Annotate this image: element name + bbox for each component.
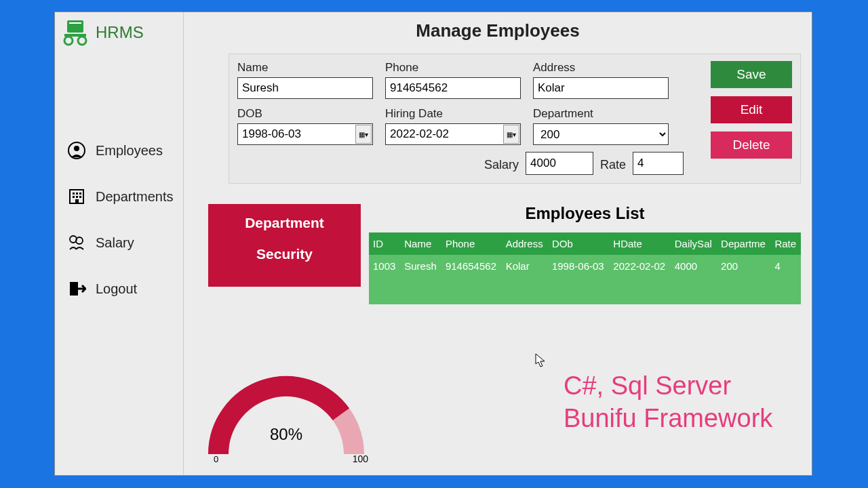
- svg-rect-1: [69, 22, 81, 24]
- sidebar-item-label: Salary: [96, 235, 134, 251]
- svg-rect-10: [79, 192, 81, 195]
- dob-label: DOB: [237, 107, 373, 121]
- svg-point-3: [78, 37, 86, 45]
- sidebar: HRMS Employees Departments: [55, 12, 184, 475]
- user-icon: [67, 141, 86, 160]
- svg-rect-4: [64, 34, 86, 37]
- building-icon: [67, 187, 86, 206]
- phone-input[interactable]: [385, 77, 521, 99]
- dept-card-title: Department: [216, 215, 353, 231]
- col-rate[interactable]: Rate: [770, 232, 801, 255]
- col-dailysal[interactable]: DailySal: [671, 232, 717, 255]
- gauge-max: 100: [353, 453, 368, 464]
- table-row[interactable]: 1003 Suresh 914654562 Kolar 1998-06-03 2…: [369, 255, 801, 277]
- sidebar-item-salary[interactable]: Salary: [55, 220, 183, 266]
- app-window: HRMS Employees Departments: [54, 12, 812, 476]
- calendar-icon[interactable]: ▦▾: [503, 125, 519, 144]
- salary-input[interactable]: [526, 152, 593, 175]
- address-label: Address: [533, 61, 684, 75]
- name-input[interactable]: [237, 77, 373, 99]
- sidebar-item-departments[interactable]: Departments: [55, 174, 183, 220]
- col-id[interactable]: ID: [369, 232, 400, 255]
- main-content: Manage Employees Name DOB ▦▾ Phone Hirin…: [184, 12, 812, 475]
- logo: HRMS: [55, 19, 183, 53]
- col-hdate[interactable]: HDate: [609, 232, 670, 255]
- calendar-icon[interactable]: ▦▾: [355, 125, 372, 144]
- nav: Employees Departments Salary: [55, 127, 183, 312]
- sidebar-item-label: Logout: [96, 281, 137, 297]
- save-button[interactable]: Save: [711, 61, 792, 88]
- list-title: Employees List: [369, 204, 801, 223]
- svg-rect-11: [73, 196, 75, 198]
- sidebar-item-label: Departments: [96, 189, 174, 205]
- gauge-min: 0: [214, 454, 218, 464]
- hiring-label: Hiring Date: [385, 107, 521, 121]
- page-title: Manage Employees: [195, 20, 801, 41]
- svg-point-2: [64, 37, 73, 45]
- tech-caption: C#, Sql Server Bunifu Framework: [564, 370, 772, 434]
- name-label: Name: [237, 61, 373, 75]
- gauge-icon: [205, 363, 368, 464]
- col-dob[interactable]: DOb: [548, 232, 609, 255]
- dept-card-value: Security: [216, 246, 353, 262]
- rate-label: Rate: [600, 158, 626, 175]
- delete-button[interactable]: Delete: [711, 131, 792, 159]
- app-name: HRMS: [96, 23, 144, 42]
- employees-list: Employees List ID Name Phone Address DOb…: [369, 204, 801, 304]
- svg-rect-9: [76, 192, 78, 195]
- salary-label: Salary: [484, 158, 519, 175]
- col-name[interactable]: Name: [400, 232, 441, 255]
- hrms-logo-icon: [62, 19, 89, 46]
- edit-button[interactable]: Edit: [711, 96, 792, 123]
- salary-icon: [67, 233, 86, 252]
- gauge-value: 80%: [201, 425, 371, 444]
- col-phone[interactable]: Phone: [441, 232, 502, 255]
- svg-rect-8: [73, 192, 75, 195]
- cursor-icon: [535, 353, 546, 368]
- svg-point-6: [74, 146, 79, 151]
- phone-label: Phone: [385, 61, 521, 75]
- employee-form: Name DOB ▦▾ Phone Hiring Date ▦▾: [229, 54, 801, 184]
- col-dept[interactable]: Departme: [717, 232, 770, 255]
- dept-label: Department: [533, 107, 684, 121]
- svg-rect-0: [67, 20, 83, 33]
- sidebar-item-employees[interactable]: Employees: [55, 127, 183, 174]
- dept-select[interactable]: 200: [533, 123, 669, 145]
- svg-rect-13: [79, 196, 81, 198]
- svg-rect-17: [70, 282, 78, 296]
- logout-icon: [67, 279, 86, 298]
- svg-rect-14: [75, 199, 79, 203]
- employees-table[interactable]: ID Name Phone Address DOb HDate DailySal…: [369, 232, 801, 304]
- dob-input[interactable]: [237, 123, 373, 145]
- col-address[interactable]: Address: [502, 232, 548, 255]
- address-input[interactable]: [533, 77, 669, 99]
- gauge: 80% 0 100: [201, 363, 371, 467]
- hiring-input[interactable]: [385, 123, 521, 145]
- rate-input[interactable]: [633, 152, 684, 175]
- department-card: Department Security: [208, 204, 361, 287]
- table-empty-row: [369, 277, 801, 304]
- svg-rect-12: [76, 196, 78, 198]
- sidebar-item-logout[interactable]: Logout: [55, 266, 183, 312]
- sidebar-item-label: Employees: [96, 143, 163, 159]
